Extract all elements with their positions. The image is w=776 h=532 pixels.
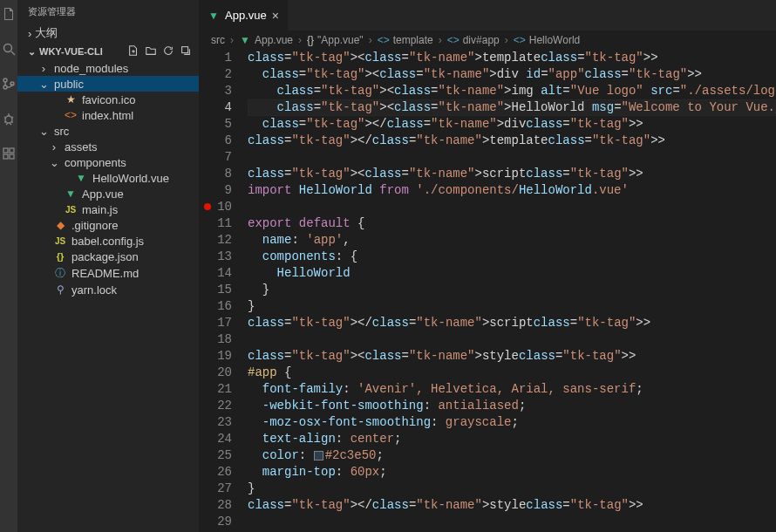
tree-file-package-json[interactable]: {} package.json — [17, 249, 199, 264]
tree-item-label: App.vue — [82, 188, 124, 201]
code-line[interactable]: color: #2c3e50; — [248, 447, 776, 464]
new-file-icon[interactable] — [127, 44, 140, 58]
code-line[interactable]: -moz-osx-font-smoothing: grayscale; — [248, 414, 776, 431]
line-number[interactable]: 15 — [199, 282, 232, 298]
close-icon[interactable]: × — [272, 9, 279, 23]
tree-folder-node-modules[interactable]: › node_modules — [17, 60, 199, 76]
project-section-header[interactable]: ⌄ WKY-VUE-CLI — [17, 43, 199, 60]
search-icon[interactable] — [2, 42, 16, 56]
code-line[interactable]: class="tk-tag"><class="tk-name">HelloWor… — [248, 99, 776, 116]
line-number[interactable]: 24 — [199, 431, 232, 447]
code-line[interactable]: HelloWorld — [248, 265, 776, 282]
code-line[interactable]: class="tk-tag"></class="tk-name">stylecl… — [248, 497, 776, 514]
code-line[interactable]: components: { — [248, 249, 776, 265]
refresh-icon[interactable] — [162, 44, 174, 58]
line-number[interactable]: 23 — [199, 414, 232, 431]
line-number[interactable]: 20 — [199, 365, 232, 381]
code-line[interactable]: class="tk-tag"><class="tk-name">scriptcl… — [248, 166, 776, 182]
code-line[interactable]: class="tk-tag"><class="tk-name">div id="… — [248, 66, 776, 83]
code-line[interactable]: -webkit-font-smoothing: antialiased; — [248, 398, 776, 414]
tree-file-gitignore[interactable]: ◆ .gitignore — [17, 217, 199, 233]
line-number[interactable]: 7 — [199, 149, 232, 166]
code-line[interactable]: class="tk-tag"><class="tk-name">img alt=… — [248, 83, 776, 99]
code-line[interactable]: class="tk-tag"></class="tk-name">divclas… — [248, 116, 776, 133]
code-line[interactable]: } — [248, 298, 776, 315]
line-number[interactable]: 3 — [199, 83, 232, 99]
tree-file-helloworld-vue[interactable]: ▼ HelloWorld.vue — [17, 170, 199, 186]
code-line[interactable] — [248, 149, 776, 166]
tree-folder-public[interactable]: ⌄ public — [17, 76, 199, 92]
code-line[interactable] — [248, 514, 776, 530]
line-number[interactable]: 5 — [199, 116, 232, 133]
new-folder-icon[interactable] — [145, 44, 157, 58]
code-line[interactable]: #app { — [248, 365, 776, 381]
line-number[interactable]: 12 — [199, 232, 232, 249]
code-line[interactable]: class="tk-tag"></class="tk-name">templat… — [248, 133, 776, 149]
line-number[interactable]: 28 — [199, 497, 232, 514]
tree-item-label: components — [65, 156, 126, 169]
line-number[interactable]: 6 — [199, 133, 232, 149]
code-editor[interactable]: 1234567891011121314151617181920212223242… — [199, 50, 776, 532]
svg-point-3 — [3, 85, 7, 89]
line-number[interactable]: 18 — [199, 331, 232, 348]
source-control-icon[interactable] — [2, 77, 16, 91]
line-number[interactable]: 22 — [199, 398, 232, 414]
tree-file-main-js[interactable]: JS main.js — [17, 201, 199, 217]
line-number[interactable]: 26 — [199, 464, 232, 481]
tree-folder-components[interactable]: ⌄ components — [17, 154, 199, 170]
line-number[interactable]: 21 — [199, 381, 232, 398]
line-number[interactable]: 14 — [199, 265, 232, 282]
code-line[interactable] — [248, 199, 776, 215]
code-line[interactable]: text-align: center; — [248, 431, 776, 447]
code-content[interactable]: class="tk-tag"><class="tk-name">template… — [244, 50, 776, 532]
json-icon: {} — [54, 251, 66, 262]
files-icon[interactable] — [2, 7, 16, 21]
vue-icon: ▼ — [65, 188, 77, 200]
tree-item-label: HelloWorld.vue — [92, 172, 169, 185]
tree-file-favicon[interactable]: ★ favicon.ico — [17, 92, 199, 107]
code-line[interactable]: name: 'app', — [248, 232, 776, 249]
svg-point-2 — [3, 78, 7, 82]
extensions-icon[interactable] — [2, 147, 16, 160]
code-line[interactable]: class="tk-tag"><class="tk-name">template… — [248, 50, 776, 66]
tag-icon: <> — [447, 34, 459, 46]
tree-file-app-vue[interactable]: ▼ App.vue — [17, 186, 199, 201]
breadcrumb[interactable]: src › ▼App.vue › {} "App.vue" › <> templ… — [199, 31, 776, 50]
line-number[interactable]: 2 — [199, 66, 232, 83]
tree-folder-assets[interactable]: › assets — [17, 139, 199, 154]
code-line[interactable]: font-family: 'Avenir', Helvetica, Arial,… — [248, 381, 776, 398]
line-number[interactable]: 25 — [199, 447, 232, 464]
collapse-all-icon[interactable] — [180, 44, 192, 58]
tree-file-yarn-lock[interactable]: ⚲ yarn.lock — [17, 282, 199, 297]
line-number[interactable]: 13 — [199, 249, 232, 265]
line-number[interactable]: 19 — [199, 348, 232, 365]
code-line[interactable]: class="tk-tag"></class="tk-name">scriptc… — [248, 315, 776, 331]
tree-file-babel-config[interactable]: JS babel.config.js — [17, 233, 199, 249]
tree-folder-src[interactable]: ⌄ src — [17, 123, 199, 139]
line-number[interactable]: 17 — [199, 315, 232, 331]
code-line[interactable]: import HelloWorld from './components/Hel… — [248, 182, 776, 199]
tree-file-index-html[interactable]: <> index.html — [17, 107, 199, 123]
line-number[interactable]: 9 — [199, 182, 232, 199]
line-number[interactable]: 29 — [199, 514, 232, 530]
code-line[interactable] — [248, 331, 776, 348]
code-line[interactable]: class="tk-tag"><class="tk-name">stylecla… — [248, 348, 776, 365]
tree-item-label: assets — [65, 140, 98, 153]
code-line[interactable]: export default { — [248, 215, 776, 232]
line-number[interactable]: 1 — [199, 50, 232, 66]
breakpoint-icon[interactable] — [204, 203, 211, 210]
code-line[interactable]: } — [248, 282, 776, 298]
svg-rect-6 — [3, 148, 8, 153]
tree-file-readme[interactable]: ⓘ README.md — [17, 264, 199, 282]
line-number[interactable]: 27 — [199, 481, 232, 497]
line-number[interactable]: 11 — [199, 215, 232, 232]
debug-icon[interactable] — [2, 112, 16, 126]
line-number[interactable]: 8 — [199, 166, 232, 182]
line-number[interactable]: 4 — [199, 99, 232, 116]
code-line[interactable]: margin-top: 60px; — [248, 464, 776, 481]
line-number[interactable]: 16 — [199, 298, 232, 315]
tab-app-vue[interactable]: ▼ App.vue × — [199, 0, 289, 31]
line-number-gutter[interactable]: 1234567891011121314151617181920212223242… — [199, 50, 244, 532]
outline-section-header[interactable]: › 大纲 — [17, 24, 199, 43]
code-line[interactable]: } — [248, 481, 776, 497]
